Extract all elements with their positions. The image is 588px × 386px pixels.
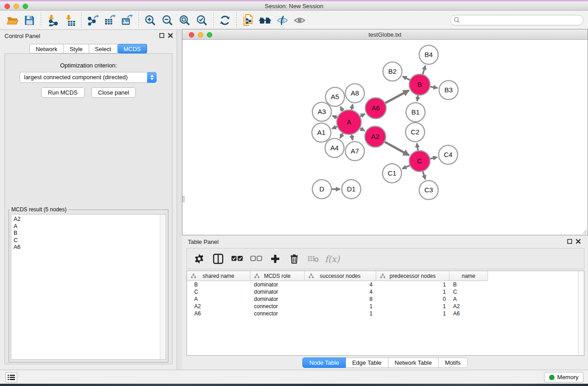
import-network-button[interactable] [44, 12, 61, 29]
graph-edge-A-A6[interactable] [360, 114, 365, 116]
tab-motifs[interactable]: Motifs [439, 357, 468, 368]
table-row[interactable]: Bdominator41B [187, 281, 584, 288]
tab-edge-table[interactable]: Edge Table [346, 357, 388, 368]
delete-column-button[interactable] [288, 253, 300, 265]
graph-edge-B-B2[interactable] [403, 76, 410, 80]
import-table-button[interactable] [61, 12, 78, 29]
network-graph[interactable]: AA6A2BCA5A8A3A1A4A7B2B4B3B1C2C4C1C3DD1 [182, 40, 588, 235]
graph-node-label-A7: A7 [351, 147, 359, 155]
float-table-panel-icon[interactable] [567, 239, 572, 244]
table-settings-button[interactable] [193, 253, 205, 265]
graph-edge-C-C3[interactable] [423, 172, 425, 179]
graph-node-label-A6: A6 [372, 104, 380, 112]
graph-edge-C-C1[interactable] [402, 166, 410, 169]
task-history-button[interactable] [5, 372, 17, 382]
memory-button[interactable]: Memory [544, 372, 583, 382]
graph-edge-A-A2[interactable] [360, 129, 365, 131]
column-header[interactable]: MCDS role [250, 271, 305, 281]
column-header[interactable]: successor nodes [305, 271, 376, 281]
export-table-button[interactable] [101, 12, 119, 29]
save-session-button[interactable] [21, 12, 38, 29]
mcds-result-item[interactable]: A6 [11, 244, 166, 251]
tab-style[interactable]: Style [64, 44, 89, 53]
graph-edge-B-B1[interactable] [417, 95, 418, 101]
graph-edge-B-B3[interactable] [430, 86, 438, 88]
network-from-selection-icon [242, 14, 254, 27]
fx-label: f(x) [325, 254, 340, 264]
list-icon [8, 374, 15, 381]
mcds-tab-content: Optimization criterion: largest connecte… [5, 53, 172, 364]
network-view-window: testGlobe.txt AA6A2BCA5A8A3A1A4A7B2B4B3B… [182, 29, 588, 235]
search-icon [454, 17, 460, 23]
hierarchy-icon [191, 273, 196, 278]
mcds-result-item[interactable]: B [11, 230, 166, 237]
optimization-criterion-dropdown[interactable]: largest connected component (directed) [19, 72, 157, 83]
table-row[interactable]: A6connector11A6 [187, 310, 584, 317]
graph-edge-C-C2[interactable] [417, 143, 418, 151]
float-panel-icon[interactable] [159, 33, 164, 38]
zoom-fit-button[interactable] [176, 12, 193, 29]
table-scrollbar[interactable] [578, 271, 584, 355]
tab-network-table[interactable]: Network Table [388, 357, 439, 368]
network-canvas[interactable]: AA6A2BCA5A8A3A1A4A7B2B4B3B1C2C4C1C3DD1 [182, 40, 588, 235]
table-row[interactable]: Adominator80A [187, 295, 584, 303]
open-file-button[interactable] [4, 12, 21, 29]
hide-graphics-details-button[interactable] [274, 12, 291, 29]
graph-edge-A-A7[interactable] [352, 134, 353, 140]
column-header[interactable]: shared name [187, 271, 250, 281]
resize-grip-icon[interactable] [582, 229, 587, 234]
function-builder-disabled: f(x) [326, 253, 338, 265]
graph-edge-A-A5[interactable] [340, 107, 343, 111]
refresh-button[interactable] [216, 12, 234, 29]
table-cell: 1 [376, 288, 449, 295]
split-divider-handle[interactable] [182, 196, 185, 202]
deselect-all-rows-button[interactable] [250, 253, 262, 265]
close-table-panel-icon[interactable] [576, 239, 581, 244]
export-network-icon [87, 14, 99, 26]
zoom-selected-button[interactable] [193, 12, 210, 29]
export-image-button[interactable] [119, 12, 136, 29]
mcds-result-item[interactable]: C [11, 237, 166, 244]
graph-edge-A2-C[interactable] [385, 142, 409, 155]
graph-edge-A-A4[interactable] [340, 133, 343, 138]
table-row[interactable]: Cdominator41C [187, 288, 584, 295]
graph-edge-A-A3[interactable] [332, 116, 337, 118]
show-columns-button[interactable] [212, 253, 224, 265]
zoom-out-button[interactable] [159, 12, 176, 29]
optimization-criterion-label: Optimization criterion: [5, 62, 172, 69]
run-mcds-button[interactable]: Run MCDS [41, 87, 85, 98]
search-input[interactable] [450, 15, 583, 25]
column-header[interactable]: name [449, 271, 488, 281]
graph-node-label-A: A [347, 118, 351, 126]
mcds-result-item[interactable]: A [11, 223, 166, 230]
tab-network[interactable]: Network [29, 44, 64, 53]
table-cell: 1 [376, 281, 449, 288]
home-button[interactable] [257, 12, 274, 29]
graph-edge-A-A8[interactable] [352, 104, 353, 110]
mcds-result-list[interactable]: A2ABCA6 [11, 214, 166, 360]
zoom-selected-icon [196, 14, 208, 26]
graph-edge-A-A1[interactable] [332, 127, 337, 129]
table-row[interactable]: A2connector11A2 [187, 303, 584, 310]
new-network-from-selection-button[interactable] [239, 12, 257, 29]
graph-edge-A6-B[interactable] [385, 91, 409, 103]
graph-edge-B-B4[interactable] [423, 66, 425, 74]
mcds-list-scrollbar[interactable] [160, 214, 166, 359]
mcds-result-item[interactable]: A2 [11, 214, 166, 223]
select-all-rows-button[interactable] [231, 253, 243, 265]
node-table[interactable]: shared nameMCDS rolesuccessor nodesprede… [186, 271, 584, 356]
tab-mcds[interactable]: MCDS [118, 44, 147, 53]
titlebar: Session: New Session [0, 1, 588, 10]
table-cell: 1 [305, 310, 376, 317]
create-column-button[interactable] [269, 253, 281, 265]
close-panel-icon[interactable] [168, 33, 173, 38]
zoom-in-button[interactable] [142, 12, 159, 29]
column-header[interactable]: predecessor nodes [376, 271, 449, 281]
show-graphics-details-button[interactable] [291, 12, 308, 29]
close-panel-button[interactable]: Close panel [91, 87, 136, 98]
graph-edge-C-C4[interactable] [430, 157, 437, 158]
tab-select[interactable]: Select [89, 44, 118, 53]
tab-node-table[interactable]: Node Table [302, 357, 346, 368]
search-field-wrap [450, 15, 583, 25]
export-network-button[interactable] [84, 12, 101, 29]
